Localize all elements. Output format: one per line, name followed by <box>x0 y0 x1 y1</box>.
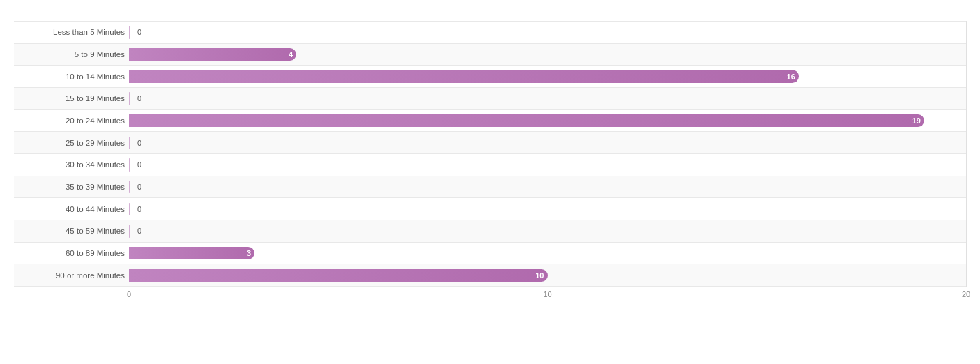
bars-area: Less than 5 Minutes05 to 9 Minutes410 to… <box>14 21 966 287</box>
bar-track: 0 <box>129 22 966 43</box>
bar-label: 20 to 24 Minutes <box>14 116 129 125</box>
x-tick-label: 10 <box>543 290 551 298</box>
bar-track: 3 <box>129 243 966 264</box>
bar-fill: 0 <box>129 181 130 193</box>
bar-row: 90 or more Minutes10 <box>14 264 966 287</box>
x-tick-label: 20 <box>962 290 970 298</box>
bar-row: 10 to 14 Minutes16 <box>14 66 966 88</box>
bar-row: 25 to 29 Minutes0 <box>14 132 966 154</box>
x-tick-label: 0 <box>127 290 131 298</box>
bar-value-label: 0 <box>137 28 141 36</box>
bar-value-label: 16 <box>787 73 795 81</box>
bar-label: 10 to 14 Minutes <box>14 73 129 81</box>
bar-fill: 0 <box>129 92 130 105</box>
bar-fill: 0 <box>129 203 130 215</box>
bar-row: 60 to 89 Minutes3 <box>14 243 966 265</box>
bar-fill: 0 <box>129 137 130 149</box>
bar-row: 30 to 34 Minutes0 <box>14 154 966 176</box>
bar-fill: 0 <box>129 26 130 38</box>
bar-row: 45 to 59 Minutes0 <box>14 220 966 243</box>
bar-label: 5 to 9 Minutes <box>14 50 129 59</box>
bar-fill: 3 <box>129 247 254 259</box>
bar-fill: 10 <box>129 269 548 282</box>
bar-value-label: 19 <box>912 116 921 125</box>
bar-value-label: 10 <box>535 271 544 280</box>
bar-value-label: 3 <box>247 249 251 257</box>
bar-label: 25 to 29 Minutes <box>14 139 129 147</box>
bar-track: 0 <box>129 88 966 109</box>
x-axis: 01020 <box>129 287 966 306</box>
bar-fill: 0 <box>129 225 130 237</box>
bar-track: 0 <box>129 176 966 198</box>
bar-track: 4 <box>129 44 966 66</box>
grid-line <box>966 21 967 287</box>
bar-value-label: 4 <box>289 50 293 59</box>
bar-label: 40 to 44 Minutes <box>14 205 129 213</box>
bar-label: 45 to 59 Minutes <box>14 227 129 235</box>
bar-track: 10 <box>129 264 966 286</box>
bar-row: Less than 5 Minutes0 <box>14 21 966 44</box>
bar-track: 0 <box>129 132 966 153</box>
bar-value-label: 0 <box>137 139 141 147</box>
bar-track: 0 <box>129 154 966 176</box>
bar-row: 20 to 24 Minutes19 <box>14 110 966 132</box>
bar-row: 15 to 19 Minutes0 <box>14 88 966 110</box>
bar-track: 19 <box>129 110 966 132</box>
bar-track: 16 <box>129 66 966 87</box>
bar-fill: 4 <box>129 48 296 61</box>
bar-fill: 16 <box>129 70 799 82</box>
bar-row: 40 to 44 Minutes0 <box>14 198 966 220</box>
bar-label: 15 to 19 Minutes <box>14 94 129 103</box>
bar-row: 5 to 9 Minutes4 <box>14 44 966 66</box>
bar-value-label: 0 <box>137 94 141 103</box>
bar-row: 35 to 39 Minutes0 <box>14 176 966 199</box>
chart-body: Less than 5 Minutes05 to 9 Minutes410 to… <box>14 21 966 306</box>
bar-value-label: 0 <box>137 227 141 235</box>
bar-value-label: 0 <box>137 160 141 169</box>
bar-label: Less than 5 Minutes <box>14 28 129 36</box>
bar-value-label: 0 <box>137 205 141 213</box>
bar-value-label: 0 <box>137 183 141 191</box>
bar-label: 90 or more Minutes <box>14 271 129 280</box>
bar-track: 0 <box>129 220 966 242</box>
bar-label: 35 to 39 Minutes <box>14 183 129 191</box>
bar-label: 60 to 89 Minutes <box>14 249 129 257</box>
bar-track: 0 <box>129 198 966 220</box>
bar-fill: 19 <box>129 114 924 127</box>
chart-container: Less than 5 Minutes05 to 9 Minutes410 to… <box>0 0 980 364</box>
bar-label: 30 to 34 Minutes <box>14 160 129 169</box>
bar-fill: 0 <box>129 158 130 171</box>
